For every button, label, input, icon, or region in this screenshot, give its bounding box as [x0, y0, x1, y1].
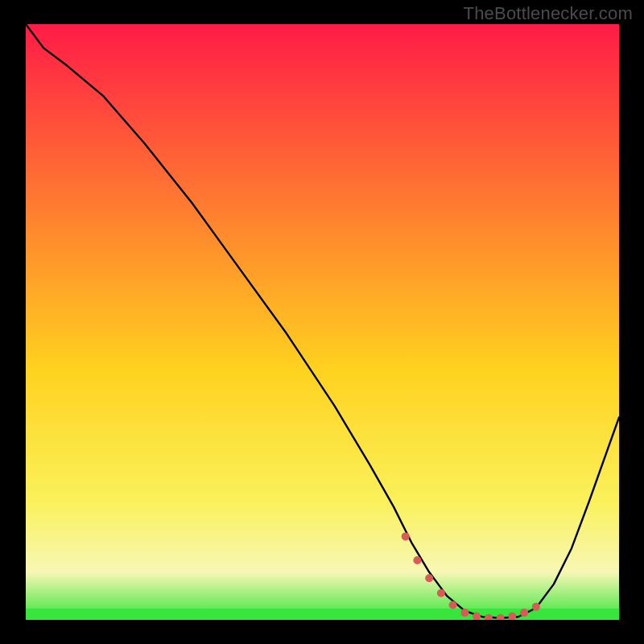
watermark-text: TheBottlenecker.com [464, 3, 633, 24]
chart-svg [26, 24, 619, 620]
marker-dot [425, 574, 433, 582]
plot-area [26, 24, 619, 620]
marker-dot [449, 601, 457, 609]
marker-dot [437, 589, 445, 597]
marker-dot [413, 556, 421, 564]
gradient-background [26, 24, 619, 620]
marker-dot [532, 603, 540, 611]
marker-dot [460, 609, 469, 617]
marker-dot [402, 532, 410, 540]
chart-stage: TheBottlenecker.com [0, 0, 644, 644]
marker-dot [520, 609, 528, 617]
